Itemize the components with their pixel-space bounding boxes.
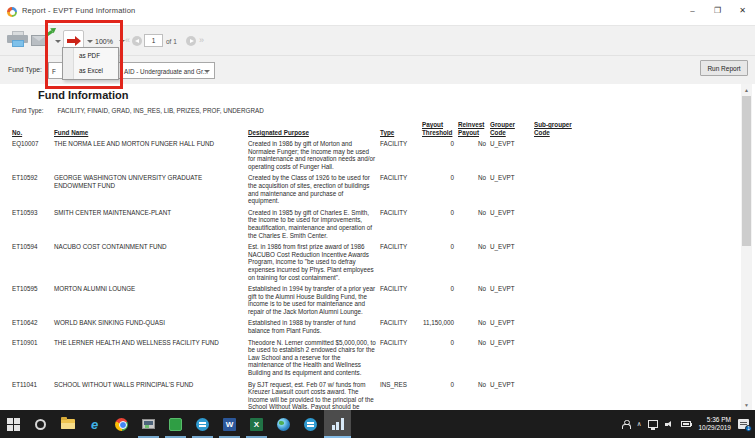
cell-reinvest-payout: No: [458, 243, 490, 285]
restore-icon[interactable]: ❐: [705, 0, 730, 21]
cell-sub-grouper-code: [534, 174, 578, 208]
scroll-up-icon[interactable]: ▲: [741, 84, 752, 95]
content-scrollbar[interactable]: ▲ ▼: [741, 84, 752, 410]
desktop-screen: Report - EVPT Fund Information – ❐ ✕ 100…: [0, 0, 755, 438]
taskbar-item-file-explorer[interactable]: [54, 410, 81, 438]
cell-payout-threshold: 11,150,000: [422, 319, 458, 338]
cortana-search-button[interactable]: [27, 410, 54, 438]
network-icon[interactable]: [648, 420, 658, 428]
report-fund-type-value: FACILITY, FINAID, GRAD, INS_RES, LIB, PR…: [57, 107, 263, 114]
word-icon: W: [223, 418, 236, 431]
cell-type: FACILITY: [380, 285, 422, 319]
globe-icon: [277, 418, 290, 431]
cell-payout-threshold: 0: [422, 381, 458, 410]
column-header-reinvest-payout: Reinvest Payout: [458, 121, 490, 140]
taskbar-item-messaging-2[interactable]: [297, 410, 324, 438]
cell-grouper-code: U_EVPT: [490, 140, 534, 174]
table-row: EQ10007 THE NORMA LEE AND MORTON FUNGER …: [12, 140, 578, 174]
cell-fund-name: THE NORMA LEE AND MORTON FUNGER HALL FUN…: [54, 140, 248, 174]
taskbar-item-report-app[interactable]: [324, 410, 351, 438]
cell-fund-no: ET10594: [12, 243, 54, 285]
taskbar-item-chrome[interactable]: [108, 410, 135, 438]
close-icon[interactable]: ✕: [730, 0, 755, 21]
table-row: ET10593 SMITH CENTER MAINTENANCE-PLANT C…: [12, 209, 578, 243]
cell-fund-no: ET10901: [12, 339, 54, 381]
column-header-sub-grouper-code: Sub-grouper Code: [534, 121, 578, 140]
cell-type: INS_RES: [380, 381, 422, 410]
cell-designated-purpose: Created in 1985 by gift of Charles E. Sm…: [248, 209, 380, 243]
bar-chart-icon: [332, 418, 344, 430]
first-page-icon[interactable]: «: [125, 35, 130, 45]
cell-grouper-code: U_EVPT: [490, 319, 534, 338]
next-page-button[interactable]: [186, 36, 196, 46]
column-header-payout-threshold: Payout Threshold: [422, 121, 458, 140]
column-header-designated-purpose: Designated Purpose: [248, 121, 380, 140]
people-icon[interactable]: [622, 420, 630, 429]
start-button[interactable]: [0, 410, 27, 438]
cell-reinvest-payout: No: [458, 209, 490, 243]
cell-payout-threshold: 0: [422, 174, 458, 208]
tray-caret-icon[interactable]: ∧: [637, 420, 642, 428]
excel-icon: X: [250, 418, 263, 431]
column-header-no: No.: [12, 121, 54, 140]
taskbar-item-globe-browser[interactable]: [270, 410, 297, 438]
cell-type: FACILITY: [380, 319, 422, 338]
taskbar-clock[interactable]: 5:36 PM 10/29/2019: [698, 416, 731, 432]
taskbar-item-internet-explorer[interactable]: e: [81, 410, 108, 438]
table-row: ET11041 SCHOOL WITHOUT WALLS PRINCIPAL'S…: [12, 381, 578, 410]
cell-designated-purpose: Est. in 1986 from first prize award of 1…: [248, 243, 380, 285]
scroll-down-icon[interactable]: ▼: [741, 399, 752, 410]
clock-date: 10/29/2019: [698, 424, 731, 432]
cell-sub-grouper-code: [534, 319, 578, 338]
prev-page-button[interactable]: [132, 36, 142, 46]
cell-reinvest-payout: No: [458, 285, 490, 319]
cell-fund-no: ET10642: [12, 319, 54, 338]
report-fund-type-line: Fund Type:FACILITY, FINAID, GRAD, INS_RE…: [12, 107, 264, 114]
cell-fund-name: SCHOOL WITHOUT WALLS PRINCIPAL'S FUND: [54, 381, 248, 410]
annotation-rectangle: [45, 20, 123, 89]
cell-sub-grouper-code: [534, 243, 578, 285]
cell-payout-threshold: 0: [422, 140, 458, 174]
cell-designated-purpose: Theodore N. Lerner committed $5,000,000,…: [248, 339, 380, 381]
cell-fund-no: ET10593: [12, 209, 54, 243]
cell-fund-name: WORLD BANK SINKING FUND-QUASI: [54, 319, 248, 338]
taskbar-item-green-app[interactable]: [162, 410, 189, 438]
page-number-input[interactable]: [144, 34, 163, 47]
cell-reinvest-payout: No: [458, 140, 490, 174]
cell-reinvest-payout: No: [458, 339, 490, 381]
cell-sub-grouper-code: [534, 285, 578, 319]
green-app-icon: [169, 418, 182, 431]
scroll-thumb[interactable]: [742, 96, 751, 246]
cell-grouper-code: U_EVPT: [490, 381, 534, 410]
search-circle-icon: [35, 419, 46, 430]
volume-icon[interactable]: [665, 421, 674, 428]
remote-desktop-icon: [142, 419, 155, 429]
cell-reinvest-payout: No: [458, 319, 490, 338]
run-report-button[interactable]: Run Report: [700, 60, 748, 76]
action-center-button[interactable]: 1: [738, 419, 749, 429]
battery-icon[interactable]: [681, 421, 691, 427]
table-row: ET10901 THE LERNER HEALTH AND WELLNESS F…: [12, 339, 578, 381]
report-title: Fund Information: [38, 89, 128, 101]
minimize-icon[interactable]: –: [680, 0, 705, 21]
cell-grouper-code: U_EVPT: [490, 209, 534, 243]
taskbar-item-messaging[interactable]: [189, 410, 216, 438]
clock-time: 5:36 PM: [698, 416, 731, 424]
print-button[interactable]: [6, 31, 30, 50]
cell-fund-no: ET11041: [12, 381, 54, 410]
cell-designated-purpose: By SJT request, est. Feb 07 w/ funds fro…: [248, 381, 380, 410]
table-row: ET10595 MORTON ALUMNI LOUNGE Established…: [12, 285, 578, 319]
taskbar-item-excel[interactable]: X: [243, 410, 270, 438]
report-fund-type-label: Fund Type:: [12, 107, 43, 114]
taskbar-item-word[interactable]: W: [216, 410, 243, 438]
fund-table: No. Fund Name Designated Purpose Type Pa…: [12, 121, 578, 410]
cell-fund-no: ET10595: [12, 285, 54, 319]
last-page-icon[interactable]: »: [199, 35, 204, 45]
window-controls: – ❐ ✕: [680, 0, 755, 21]
taskbar-item-remote-desktop[interactable]: [135, 410, 162, 438]
cell-grouper-code: U_EVPT: [490, 285, 534, 319]
cell-payout-threshold: 0: [422, 209, 458, 243]
cell-grouper-code: U_EVPT: [490, 243, 534, 285]
cell-type: FACILITY: [380, 209, 422, 243]
cell-grouper-code: U_EVPT: [490, 339, 534, 381]
